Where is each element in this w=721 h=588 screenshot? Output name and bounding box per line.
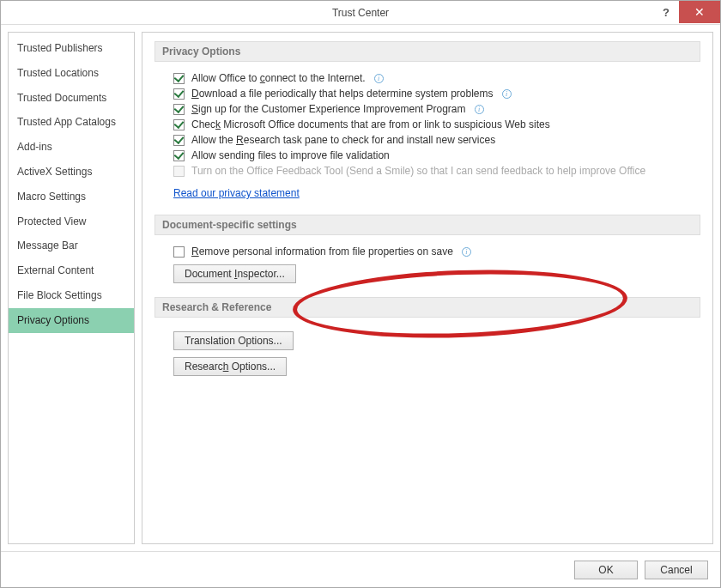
checkbox[interactable] bbox=[173, 88, 185, 100]
info-icon: i bbox=[475, 105, 484, 114]
info-icon: i bbox=[502, 89, 512, 99]
sidebar-item-activex-settings[interactable]: ActiveX Settings bbox=[9, 160, 134, 185]
option-label: Sign up for the Customer Experience Impr… bbox=[191, 103, 466, 115]
category-sidebar: Trusted Publishers Trusted Locations Tru… bbox=[8, 32, 135, 544]
titlebar: Trust Center ? ✕ bbox=[1, 1, 720, 25]
trust-center-dialog: Trust Center ? ✕ Trusted Publishers Trus… bbox=[0, 0, 721, 588]
option-label: Allow sending files to improve file vali… bbox=[191, 149, 390, 161]
option-label: Remove personal information from file pr… bbox=[191, 246, 453, 258]
info-icon: i bbox=[374, 74, 384, 83]
option-label: Check Microsoft Office documents that ar… bbox=[191, 118, 550, 130]
privacy-option-3[interactable]: Check Microsoft Office documents that ar… bbox=[154, 117, 700, 132]
sidebar-item-trusted-locations[interactable]: Trusted Locations bbox=[9, 61, 134, 86]
privacy-option-2[interactable]: Sign up for the Customer Experience Impr… bbox=[154, 101, 700, 117]
checkbox[interactable] bbox=[173, 104, 185, 115]
cancel-button[interactable]: Cancel bbox=[645, 561, 708, 579]
privacy-option-5[interactable]: Allow sending files to improve file vali… bbox=[154, 148, 700, 163]
option-label: Allow the Research task pane to check fo… bbox=[191, 134, 495, 146]
window-title: Trust Center bbox=[332, 7, 389, 19]
privacy-option-1[interactable]: Download a file periodically that helps … bbox=[154, 86, 700, 101]
translation-options-button[interactable]: Translation Options... bbox=[173, 331, 294, 350]
dialog-body: Trusted Publishers Trusted Locations Tru… bbox=[1, 25, 720, 551]
sidebar-item-add-ins[interactable]: Add-ins bbox=[9, 135, 134, 160]
section-header-research: Research & Reference bbox=[154, 297, 700, 318]
sidebar-item-message-bar[interactable]: Message Bar bbox=[9, 233, 134, 258]
option-label: Allow Office to connect to the Internet. bbox=[191, 72, 366, 84]
ok-button[interactable]: OK bbox=[574, 561, 638, 579]
option-label: Download a file periodically that helps … bbox=[191, 88, 494, 100]
checkbox[interactable] bbox=[173, 73, 185, 84]
section-header-privacy: Privacy Options bbox=[154, 41, 700, 62]
titlebar-controls: ? ✕ bbox=[653, 1, 720, 23]
checkbox bbox=[173, 166, 185, 177]
sidebar-item-trusted-documents[interactable]: Trusted Documents bbox=[9, 86, 134, 111]
help-button[interactable]: ? bbox=[653, 1, 679, 23]
privacy-statement-link[interactable]: Read our privacy statement bbox=[173, 187, 300, 199]
content-panel: Privacy Options Allow Office to connect … bbox=[142, 32, 713, 544]
research-options-button[interactable]: Research Options... bbox=[173, 357, 287, 376]
sidebar-item-privacy-options[interactable]: Privacy Options bbox=[9, 308, 134, 333]
option-label: Turn on the Office Feedback Tool (Send a… bbox=[191, 165, 645, 177]
privacy-option-0[interactable]: Allow Office to connect to the Internet.… bbox=[154, 70, 700, 86]
info-icon: i bbox=[462, 247, 471, 257]
dialog-footer: OK Cancel bbox=[1, 551, 720, 587]
privacy-option-6: Turn on the Office Feedback Tool (Send a… bbox=[154, 163, 700, 179]
close-button[interactable]: ✕ bbox=[679, 1, 720, 23]
privacy-option-4[interactable]: Allow the Research task pane to check fo… bbox=[154, 132, 700, 148]
section-header-doc-specific: Document-specific settings bbox=[154, 215, 700, 235]
sidebar-item-trusted-app-catalogs[interactable]: Trusted App Catalogs bbox=[9, 110, 134, 135]
option-remove-personal-info[interactable]: Remove personal information from file pr… bbox=[154, 244, 700, 259]
sidebar-item-trusted-publishers[interactable]: Trusted Publishers bbox=[9, 36, 134, 61]
checkbox[interactable] bbox=[173, 135, 185, 146]
sidebar-item-file-block-settings[interactable]: File Block Settings bbox=[9, 283, 134, 308]
checkbox[interactable] bbox=[173, 119, 185, 130]
sidebar-item-macro-settings[interactable]: Macro Settings bbox=[9, 185, 134, 209]
sidebar-item-external-content[interactable]: External Content bbox=[9, 258, 134, 283]
checkbox-remove-personal-info[interactable] bbox=[173, 246, 185, 258]
checkbox[interactable] bbox=[173, 150, 185, 161]
sidebar-item-protected-view[interactable]: Protected View bbox=[9, 209, 134, 234]
document-inspector-button[interactable]: Document Inspector... bbox=[173, 264, 296, 283]
